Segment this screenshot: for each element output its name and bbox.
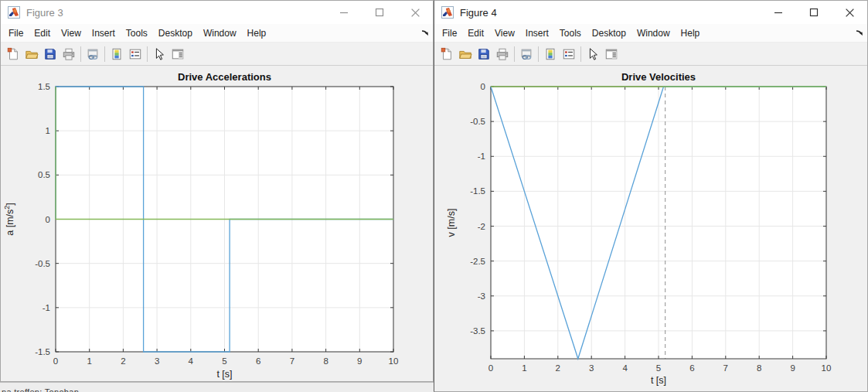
x-tick-label: 5 [222, 356, 226, 366]
y-tick-label: 0 [481, 82, 485, 91]
minimize-button[interactable] [761, 1, 796, 24]
toolbar-separator [514, 46, 515, 62]
link-plot-icon [86, 47, 100, 61]
insert-legend-icon [562, 47, 576, 61]
y-axis-label: v [m/s] [446, 209, 457, 237]
show-plot-tools-button[interactable] [602, 45, 621, 63]
toolbar-separator [580, 46, 581, 62]
close-button[interactable] [832, 1, 867, 24]
open-file-button[interactable] [456, 45, 475, 63]
menu-overflow-icon[interactable] [420, 28, 430, 37]
x-tick-label: 2 [121, 356, 125, 366]
toolbar-separator [538, 46, 539, 62]
insert-legend-button[interactable] [126, 45, 145, 63]
close-button[interactable] [397, 1, 433, 24]
figure4-titlebar[interactable]: Figure 4 [434, 1, 867, 24]
menu-item-help[interactable]: Help [676, 26, 706, 41]
link-plot-button[interactable] [517, 45, 536, 63]
close-icon [845, 8, 855, 18]
x-tick-label: 10 [822, 363, 832, 373]
menu-item-insert[interactable]: Insert [87, 26, 121, 41]
figure3-toolbar [1, 43, 433, 66]
open-file-button[interactable] [22, 45, 41, 63]
minimize-icon [774, 8, 783, 17]
menu-item-edit[interactable]: Edit [462, 26, 489, 41]
menu-item-view[interactable]: View [56, 26, 87, 41]
insert-colorbar-icon [543, 47, 557, 61]
show-plot-tools-icon [604, 47, 618, 61]
menu-item-desktop[interactable]: Desktop [153, 26, 198, 41]
y-tick-label: -0.5 [35, 259, 50, 268]
plot-title: Drive Velocities [621, 71, 696, 83]
menu-item-edit[interactable]: Edit [29, 26, 56, 41]
new-figure-button[interactable] [4, 45, 22, 63]
y-tick-label: -3 [478, 291, 485, 301]
menu-item-desktop[interactable]: Desktop [587, 26, 631, 41]
save-figure-button[interactable] [475, 45, 493, 63]
print-figure-icon [495, 47, 509, 61]
window-title: Figure 4 [460, 7, 497, 19]
figure3-menubar: FileEditViewInsertToolsDesktopWindowHelp [1, 24, 433, 43]
edit-plot-button[interactable] [584, 45, 602, 63]
background-window-strip: na treffen: Tonoban. [0, 382, 434, 392]
toolbar-separator [80, 46, 81, 62]
save-figure-button[interactable] [41, 45, 60, 63]
figure3-canvas-area: 0123456789101.510.50-0.5-1-1.5Drive Acce… [1, 66, 433, 381]
x-tick-label: 4 [622, 363, 628, 373]
insert-colorbar-button[interactable] [541, 45, 560, 63]
menu-item-window[interactable]: Window [198, 26, 242, 41]
open-file-icon [25, 47, 39, 61]
link-plot-icon [519, 47, 533, 61]
maximize-button[interactable] [796, 1, 832, 24]
x-axis-label: t [s] [216, 369, 232, 380]
minimize-button[interactable] [326, 1, 362, 24]
menu-item-tools[interactable]: Tools [121, 26, 153, 41]
y-tick-label: -1 [478, 152, 485, 161]
maximize-button[interactable] [362, 1, 397, 24]
figure3-titlebar[interactable]: Figure 3 [1, 1, 433, 24]
x-tick-label: 6 [689, 363, 694, 373]
x-tick-label: 2 [556, 363, 560, 373]
open-file-icon [458, 47, 472, 61]
edit-plot-cursor-icon [152, 47, 166, 61]
menu-overflow-icon[interactable] [855, 28, 864, 37]
menu-item-file[interactable]: File [3, 26, 29, 41]
figure4-menubar: FileEditViewInsertToolsDesktopWindowHelp [434, 24, 867, 43]
insert-legend-button[interactable] [560, 45, 578, 63]
menu-item-file[interactable]: File [437, 26, 462, 41]
menu-item-window[interactable]: Window [631, 26, 676, 41]
show-plot-tools-button[interactable] [168, 45, 187, 63]
y-tick-label: -1.5 [470, 186, 485, 196]
window-title: Figure 3 [26, 7, 63, 19]
toolbar-separator [104, 46, 105, 62]
new-figure-button[interactable] [437, 45, 456, 63]
menu-item-help[interactable]: Help [242, 26, 272, 41]
toolbar-separator [147, 46, 148, 62]
insert-colorbar-icon [110, 47, 124, 61]
x-tick-label: 7 [290, 356, 294, 366]
y-tick-label: -2 [478, 222, 485, 231]
x-tick-label: 1 [522, 363, 526, 373]
clipped-background-text: na treffen: Tonoban. [2, 387, 434, 392]
figure4-plot: 0123456789100-0.5-1-1.5-2-2.5-3-3.5Drive… [434, 66, 867, 391]
edit-plot-cursor-icon [586, 47, 600, 61]
menu-item-view[interactable]: View [489, 26, 520, 41]
y-axis-label: a [m/s2] [3, 203, 15, 236]
x-tick-label: 9 [357, 356, 362, 366]
menu-item-insert[interactable]: Insert [520, 26, 554, 41]
plot-title: Drive Accelerations [178, 71, 271, 83]
maximize-icon [375, 8, 384, 17]
print-figure-button[interactable] [493, 45, 512, 63]
desktop: Figure 3 FileEditViewInsertToolsDesktopW… [0, 0, 868, 392]
x-tick-label: 6 [256, 356, 260, 366]
insert-legend-icon [128, 47, 142, 61]
x-tick-label: 7 [723, 363, 728, 373]
edit-plot-button[interactable] [150, 45, 168, 63]
y-tick-label: -1 [43, 303, 50, 312]
print-figure-button[interactable] [60, 45, 78, 63]
menu-item-tools[interactable]: Tools [554, 26, 587, 41]
figure3-plot: 0123456789101.510.50-0.5-1-1.5Drive Acce… [1, 66, 433, 381]
link-plot-button[interactable] [83, 45, 102, 63]
insert-colorbar-button[interactable] [107, 45, 126, 63]
maximize-icon [809, 8, 819, 17]
